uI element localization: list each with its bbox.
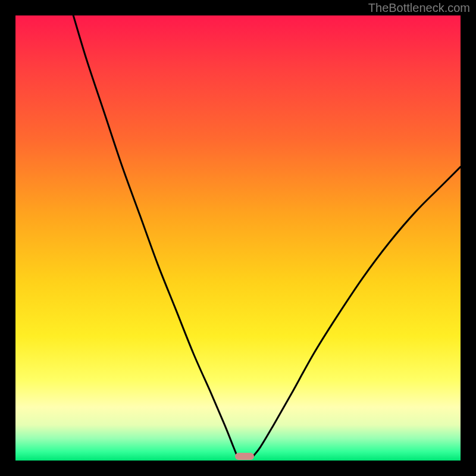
curve-right-branch: [251, 167, 461, 458]
curve-left-branch: [73, 15, 238, 458]
plot-area: [15, 15, 461, 461]
chart-frame: TheBottleneck.com: [0, 0, 476, 476]
bottleneck-curve: [15, 15, 461, 461]
minimum-marker: [235, 453, 254, 460]
attribution-text: TheBottleneck.com: [368, 1, 470, 15]
